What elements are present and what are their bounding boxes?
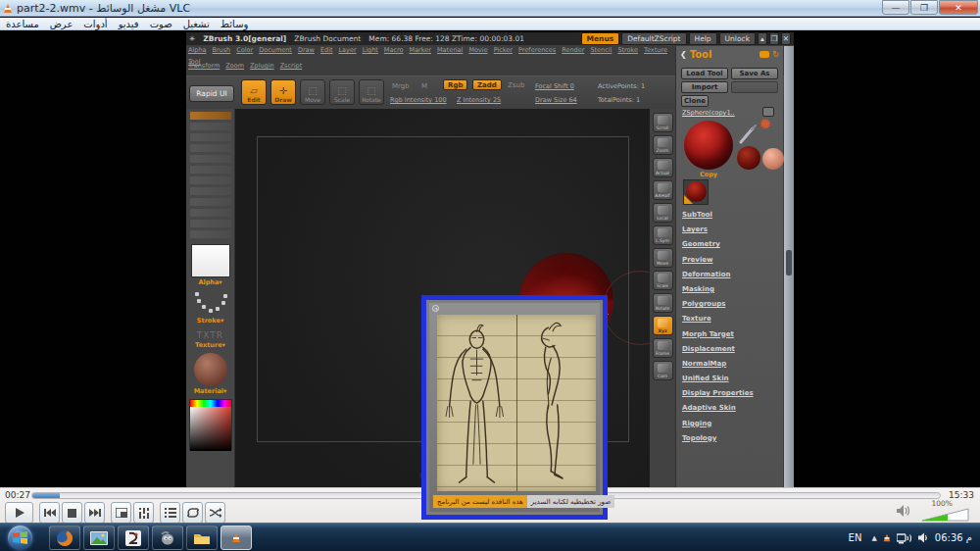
simple-brush-tool-icon[interactable]: [737, 125, 759, 146]
import-button[interactable]: Import: [681, 81, 728, 93]
zbrush-menu-item[interactable]: Brush: [212, 46, 230, 54]
language-indicator[interactable]: EN: [845, 531, 866, 544]
left-tray-item[interactable]: [190, 209, 231, 217]
restore-button[interactable]: ❐: [910, 0, 938, 15]
vlc-menu-item[interactable]: عرض: [50, 19, 74, 29]
vlc-menu-item[interactable]: تشغيل: [183, 19, 210, 29]
zbrush-close-icon[interactable]: ✕: [781, 32, 791, 45]
zbrush-menu-item[interactable]: Macro: [384, 46, 404, 54]
rgb-button[interactable]: Rgb: [443, 79, 467, 90]
alpha-label[interactable]: Alpha▾: [186, 278, 234, 286]
left-tray-item[interactable]: [190, 230, 231, 238]
zadd-button[interactable]: Zadd: [472, 79, 502, 90]
right-shelf-button[interactable]: L.Sym: [653, 225, 673, 245]
taskbar-folder-button[interactable]: [186, 526, 218, 550]
previous-button[interactable]: [39, 502, 60, 524]
zbrush-menu-item[interactable]: Stencil: [590, 46, 612, 54]
right-shelf-button[interactable]: Rotate: [653, 293, 673, 313]
zbrush-menu-item[interactable]: Light: [363, 46, 378, 54]
m-button[interactable]: M: [417, 80, 431, 91]
zbrush-menu-item[interactable]: Layer: [339, 46, 357, 54]
volume-control[interactable]: 100%: [897, 500, 970, 522]
zbrush-help-button[interactable]: Help: [689, 32, 717, 45]
scale-mode-button[interactable]: ⬚ Scale: [329, 79, 355, 105]
network-icon[interactable]: [897, 532, 912, 544]
taskbar-vlc-button[interactable]: [220, 526, 252, 550]
zbrush-menu-item[interactable]: Zoom: [225, 62, 244, 70]
zbrush-menu-item[interactable]: Document: [259, 46, 292, 54]
tool-section-header[interactable]: Polygroups: [682, 300, 754, 308]
tool-section-header[interactable]: Topology: [682, 434, 754, 442]
left-tray-item[interactable]: [190, 144, 231, 152]
extended-settings-button[interactable]: [133, 502, 154, 524]
left-tray-item[interactable]: [190, 166, 231, 174]
vlc-menu-item[interactable]: مساعدة: [6, 19, 39, 29]
right-shelf-button[interactable]: Scroll: [653, 113, 673, 132]
taskbar-image-viewer-button[interactable]: [83, 526, 115, 550]
tool-section-header[interactable]: Adaptive Skin: [682, 404, 754, 412]
vlc-menu-item[interactable]: وسائط: [220, 19, 249, 29]
tray-speaker-icon[interactable]: [918, 532, 929, 543]
taskbar-zbrush-button[interactable]: [118, 526, 149, 550]
palette-history-icon[interactable]: ↻: [772, 50, 779, 59]
polysphere-tool-icon[interactable]: [762, 148, 784, 170]
video-display[interactable]: ✳ ZBrush 3.0[general] ZBrush Document Me…: [0, 30, 980, 487]
zbrush-menu-item[interactable]: Transform: [188, 62, 220, 70]
zbrush-menu-item[interactable]: Render: [562, 46, 584, 54]
volume-slider[interactable]: [921, 507, 970, 523]
tool-section-header[interactable]: Preview: [682, 256, 754, 264]
zbrush-menu-item[interactable]: Alpha: [188, 46, 206, 54]
tool-section-header[interactable]: Displacement: [682, 345, 754, 353]
fullscreen-button[interactable]: [111, 502, 131, 524]
right-shelf-button[interactable]: AAHalf: [653, 180, 673, 200]
saturation-value-box[interactable]: [190, 407, 231, 451]
playlist-button[interactable]: [160, 502, 180, 524]
left-tray-item[interactable]: [190, 198, 231, 206]
stop-button[interactable]: [62, 502, 82, 524]
zbrush-menu-item[interactable]: Color: [236, 46, 253, 54]
tray-divider[interactable]: [784, 46, 794, 487]
z-intensity-slider[interactable]: Z Intensity 25: [457, 96, 501, 104]
draw-mode-button[interactable]: ✛ Draw: [270, 79, 296, 105]
material-thumbnail[interactable]: [194, 353, 227, 386]
vlc-menu-item[interactable]: أدوات: [83, 19, 107, 29]
edit-mode-button[interactable]: ▱ Edit: [241, 79, 267, 105]
right-shelf-button[interactable]: Xyz: [653, 316, 673, 335]
tool-section-header[interactable]: Masking: [682, 285, 754, 293]
right-shelf-button[interactable]: Scale: [653, 271, 673, 290]
right-shelf-button[interactable]: Zoom: [653, 135, 673, 155]
left-tray-item[interactable]: [190, 155, 231, 163]
zbrush-menu-item[interactable]: Zplugin: [250, 62, 274, 70]
tool-section-header[interactable]: Morph Target: [682, 330, 754, 338]
left-tray-item[interactable]: [190, 176, 231, 184]
tool-section-header[interactable]: Unified Skin: [682, 375, 754, 382]
zbrush-minimize-icon[interactable]: ▴: [758, 32, 767, 45]
vlc-menu-item[interactable]: فيديو: [119, 19, 139, 29]
texture-off-thumbnail[interactable]: TXTR: [186, 330, 234, 340]
zbrush-menu-item[interactable]: Edit: [320, 46, 333, 54]
hue-strip[interactable]: [190, 400, 231, 407]
tool-section-header[interactable]: Display Properties: [682, 389, 754, 397]
sphere3d-tool-icon[interactable]: [737, 146, 760, 170]
tool-section-header[interactable]: Texture: [682, 315, 754, 323]
load-tool-button[interactable]: Load Tool: [681, 68, 728, 79]
recent-tool-slot[interactable]: [683, 179, 709, 205]
mrgb-button[interactable]: Mrgb: [388, 80, 414, 91]
color-picker[interactable]: [189, 399, 232, 450]
rgb-intensity-slider[interactable]: Rgb Intensity 100: [390, 96, 447, 104]
tray-clock[interactable]: 06:36 م: [935, 532, 972, 543]
tool-section-header[interactable]: Deformation: [682, 271, 754, 278]
tool-section-header[interactable]: Layers: [682, 225, 754, 233]
taskbar-gimp-button[interactable]: [152, 526, 183, 550]
vlc-menu-item[interactable]: صوت: [150, 19, 172, 29]
minimize-button[interactable]: —: [882, 0, 909, 15]
zbrush-restore-icon[interactable]: ❐: [769, 32, 779, 45]
close-button[interactable]: ✕: [939, 0, 978, 15]
zbrush-menu-item[interactable]: Stroke: [617, 46, 638, 54]
left-tray-item[interactable]: [190, 187, 231, 195]
stroke-label[interactable]: Stroke▾: [186, 317, 234, 325]
move-mode-button[interactable]: ⬚ Move: [300, 79, 325, 105]
right-shelf-button[interactable]: Cam: [653, 361, 673, 380]
save-as-button[interactable]: Save As: [731, 68, 778, 79]
right-shelf-button[interactable]: Local: [653, 203, 673, 223]
